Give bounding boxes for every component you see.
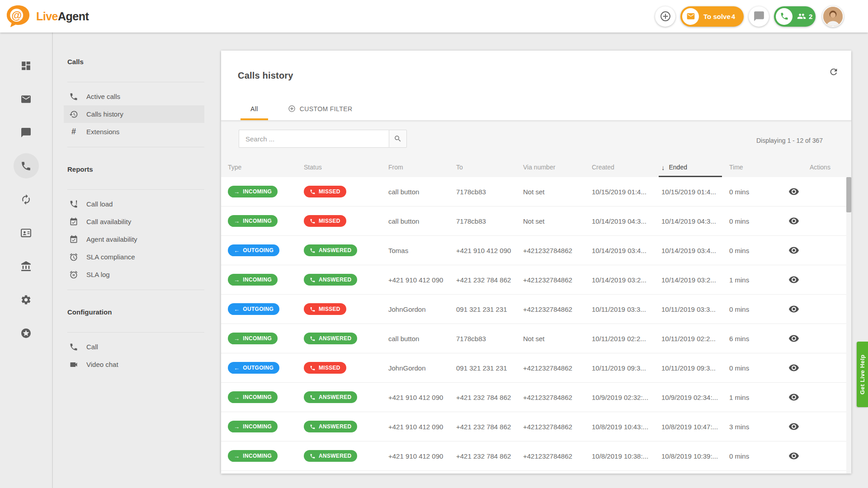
badge-label: MISSED bbox=[319, 218, 340, 224]
eye-icon bbox=[788, 450, 799, 461]
rail-item-email[interactable] bbox=[14, 86, 39, 112]
sidebar-item-label: SLA log bbox=[86, 271, 110, 278]
view-call-button[interactable] bbox=[788, 421, 800, 432]
table-row[interactable]: ←OUTGOINGMISSEDJohnGordon091 321 231 231… bbox=[221, 295, 846, 324]
refresh-button[interactable] bbox=[829, 67, 839, 77]
search-button[interactable] bbox=[389, 130, 407, 148]
view-call-button[interactable] bbox=[788, 333, 800, 344]
rail-item-phone[interactable] bbox=[14, 153, 39, 178]
sidebar-item-agent-availability[interactable]: Agent availability bbox=[64, 230, 204, 248]
sidebar-item-sla-log[interactable]: SLA log bbox=[64, 266, 204, 283]
view-call-button[interactable] bbox=[788, 186, 800, 197]
to-solve-button[interactable]: To solve 4 bbox=[680, 6, 744, 27]
table-row[interactable]: ←OUTGOINGMISSEDJohnGordon091 321 231 231… bbox=[221, 353, 846, 383]
phone-icon bbox=[310, 189, 316, 195]
sidebar-item-calls-history[interactable]: Calls history bbox=[64, 105, 204, 123]
sidebar-item-call[interactable]: Call bbox=[64, 338, 204, 356]
cell-type: →INCOMING bbox=[228, 391, 304, 403]
phone-icon bbox=[310, 218, 316, 224]
stars-icon bbox=[20, 328, 32, 339]
phone-icon bbox=[310, 424, 316, 430]
phone-icon bbox=[69, 92, 78, 101]
rail-item-chat[interactable] bbox=[14, 120, 39, 145]
rail-item-stars[interactable] bbox=[14, 320, 39, 346]
badge-label: MISSED bbox=[319, 365, 340, 371]
sidebar-item-label: Calls history bbox=[86, 110, 123, 118]
table-row[interactable]: →INCOMINGANSWERED+421 910 412 090+421 23… bbox=[221, 383, 846, 412]
sidebar-item-call-availability[interactable]: Call availability bbox=[64, 213, 204, 230]
rail-item-dashboard[interactable] bbox=[14, 53, 39, 78]
table-row[interactable]: →INCOMINGANSWERED+421 910 412 090+421 23… bbox=[221, 441, 846, 471]
view-call-button[interactable] bbox=[788, 244, 800, 256]
column-header-from[interactable]: From bbox=[388, 157, 456, 177]
sidebar-item-sla-compliance[interactable]: SLA compliance bbox=[64, 248, 204, 266]
rail-item-sync[interactable] bbox=[14, 187, 39, 212]
type-badge-outgoing: ←OUTGOING bbox=[228, 362, 279, 374]
type-badge-outgoing: ←OUTGOING bbox=[228, 303, 279, 315]
cell-actions bbox=[797, 186, 846, 197]
column-header-to[interactable]: To bbox=[456, 157, 523, 177]
search-input[interactable] bbox=[239, 130, 389, 148]
table-row[interactable]: →INCOMINGANSWERED+421 910 412 090+421 23… bbox=[221, 265, 846, 295]
view-call-button[interactable] bbox=[788, 274, 800, 286]
table-row[interactable]: →INCOMINGANSWEREDcall button7178cb83Not … bbox=[221, 324, 846, 353]
cell-type: →INCOMING bbox=[228, 333, 304, 344]
column-header-ended[interactable]: ↓Ended bbox=[661, 157, 729, 177]
rail-item-settings[interactable] bbox=[14, 287, 39, 312]
cell-created: 10/14/2019 03:2... bbox=[592, 276, 661, 284]
sidebar-item-extensions[interactable]: #Extensions bbox=[64, 123, 204, 141]
column-label: Status bbox=[304, 164, 322, 171]
eye-icon bbox=[788, 421, 799, 432]
badge-label: INCOMING bbox=[243, 188, 272, 195]
table-row[interactable]: →INCOMINGANSWERED+421 910 412 090+421 23… bbox=[221, 412, 846, 441]
cell-time: 6 mins bbox=[729, 335, 797, 343]
cell-via-number: +421232784862 bbox=[523, 276, 592, 284]
panel-header: Calls history All CUSTOM FILTER bbox=[221, 51, 851, 121]
cell-status: ANSWERED bbox=[304, 333, 388, 344]
view-call-button[interactable] bbox=[788, 303, 800, 315]
cell-from: +421 910 412 090 bbox=[388, 423, 456, 431]
calls-online-button[interactable]: 2 bbox=[774, 6, 816, 27]
cell-type: ←OUTGOING bbox=[228, 303, 304, 315]
nav-section-reports: ReportsCall loadCall availabilityAgent a… bbox=[54, 147, 221, 290]
sidebar-item-label: Call availability bbox=[86, 218, 131, 225]
cell-from: Tomas bbox=[388, 247, 456, 254]
column-header-status[interactable]: Status bbox=[304, 157, 388, 177]
sidebar-item-video-chat[interactable]: Video chat bbox=[64, 356, 204, 373]
column-header-actions[interactable]: Actions bbox=[797, 157, 846, 177]
scrollbar-thumb[interactable] bbox=[846, 177, 851, 212]
cell-to: +421 232 784 862 bbox=[456, 394, 523, 401]
rail-item-departments[interactable] bbox=[14, 253, 39, 279]
departments-icon bbox=[20, 261, 32, 272]
get-live-help-button[interactable]: Get Live Help bbox=[857, 342, 868, 407]
tab-all[interactable]: All bbox=[241, 105, 268, 120]
add-new-button[interactable] bbox=[655, 6, 675, 27]
cell-via-number: +421232784862 bbox=[523, 305, 592, 313]
sidebar-item-active-calls[interactable]: Active calls bbox=[64, 88, 204, 105]
sidebar-item-call-load[interactable]: Call load bbox=[64, 195, 204, 213]
table-row[interactable]: →INCOMINGMISSEDcall button7178cb83Not se… bbox=[221, 177, 846, 206]
filter-tabs: All CUSTOM FILTER bbox=[241, 105, 362, 120]
view-call-button[interactable] bbox=[788, 215, 800, 227]
tab-label: All bbox=[250, 105, 258, 113]
column-header-type[interactable]: Type bbox=[228, 157, 304, 177]
view-call-button[interactable] bbox=[788, 450, 800, 462]
tab-custom-filter[interactable]: CUSTOM FILTER bbox=[278, 105, 363, 120]
cell-created: 10/11/2019 03:3... bbox=[592, 305, 661, 313]
column-header-via-number[interactable]: Via number bbox=[523, 157, 592, 177]
column-label: Ended bbox=[669, 164, 687, 171]
column-header-created[interactable]: Created bbox=[592, 157, 661, 177]
badge-label: ANSWERED bbox=[319, 394, 351, 400]
topbar-actions: To solve 4 2 bbox=[655, 6, 844, 27]
envelope-icon bbox=[686, 12, 695, 21]
chats-button[interactable] bbox=[749, 6, 769, 27]
user-avatar[interactable] bbox=[822, 6, 844, 27]
alarm-icon bbox=[69, 253, 78, 262]
topbar: @ LiveAgent To solve 4 2 bbox=[0, 0, 868, 33]
view-call-button[interactable] bbox=[788, 391, 800, 403]
rail-item-contacts[interactable] bbox=[14, 220, 39, 245]
column-header-time[interactable]: Time bbox=[729, 157, 797, 177]
table-row[interactable]: ←OUTGOINGANSWEREDTomas+421 910 412 090+4… bbox=[221, 236, 846, 265]
table-row[interactable]: →INCOMINGMISSEDcall button7178cb83Not se… bbox=[221, 206, 846, 236]
view-call-button[interactable] bbox=[788, 362, 800, 374]
